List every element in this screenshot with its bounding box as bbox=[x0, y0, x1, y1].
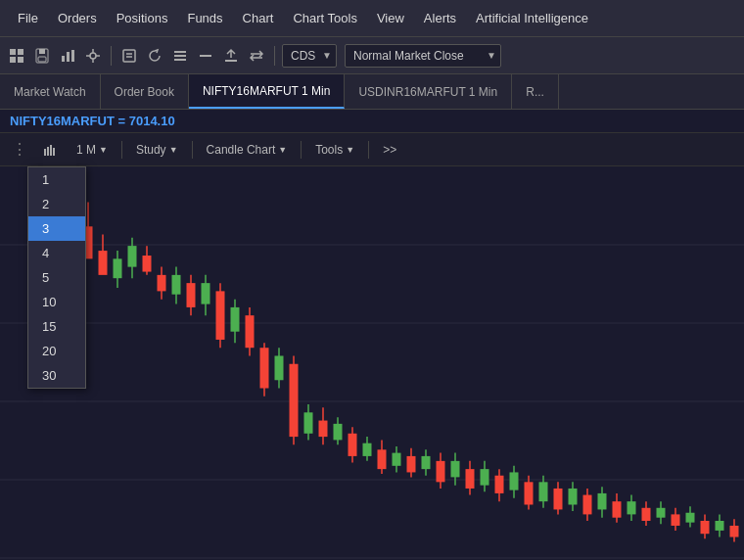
svg-rect-64 bbox=[304, 412, 313, 433]
menu-orders[interactable]: Orders bbox=[48, 7, 107, 29]
ct-more-btn[interactable]: >> bbox=[375, 140, 404, 160]
ct-drag-handle[interactable]: ⋮ bbox=[8, 140, 31, 159]
menu-chart[interactable]: Chart bbox=[233, 7, 284, 29]
svg-rect-56 bbox=[246, 315, 255, 348]
svg-rect-44 bbox=[158, 275, 166, 292]
svg-rect-5 bbox=[39, 49, 45, 54]
svg-rect-84 bbox=[451, 461, 460, 478]
svg-rect-38 bbox=[114, 258, 122, 278]
tab-nifty[interactable]: NIFTY16MARFUT 1 Min bbox=[189, 74, 345, 109]
svg-rect-118 bbox=[701, 521, 710, 534]
svg-rect-6 bbox=[38, 57, 46, 62]
tab-more[interactable]: R... bbox=[512, 74, 559, 109]
tab-order-book[interactable]: Order Book bbox=[101, 74, 189, 109]
svg-rect-24 bbox=[47, 147, 49, 156]
toolbar-icon-book[interactable] bbox=[118, 45, 140, 67]
interval-option-30[interactable]: 30 bbox=[28, 363, 85, 388]
toolbar-icon-chart[interactable] bbox=[57, 45, 78, 67]
svg-rect-27 bbox=[0, 166, 744, 560]
chart-toolbar-wrapper: ⋮ 1 M ▼ Study ▼ Candle Chart ▼ Tools ▼ bbox=[0, 133, 744, 166]
market-close-dropdown-wrapper[interactable]: Normal Market Close Market Open Market C… bbox=[345, 44, 501, 68]
svg-rect-3 bbox=[18, 57, 23, 63]
svg-rect-58 bbox=[260, 348, 269, 388]
toolbar-icon-upload[interactable] bbox=[220, 45, 242, 67]
candlestick-chart bbox=[0, 166, 744, 560]
ct-sep-1 bbox=[121, 141, 122, 159]
ct-candle-btn[interactable]: Candle Chart ▼ bbox=[199, 140, 296, 160]
svg-rect-52 bbox=[216, 291, 225, 340]
menu-file[interactable]: File bbox=[8, 7, 48, 29]
interval-option-3[interactable]: 3 bbox=[28, 216, 85, 241]
symbol-header: NIFTY16MARFUT = 7014.10 bbox=[0, 110, 744, 133]
svg-rect-20 bbox=[174, 59, 186, 61]
menu-positions[interactable]: Positions bbox=[107, 7, 178, 29]
menu-ai[interactable]: Artificial Intelligence bbox=[466, 7, 598, 29]
svg-rect-76 bbox=[393, 453, 401, 466]
svg-rect-74 bbox=[378, 449, 387, 469]
menu-view[interactable]: View bbox=[367, 7, 414, 29]
svg-rect-112 bbox=[657, 508, 666, 518]
svg-rect-62 bbox=[290, 364, 299, 437]
svg-rect-122 bbox=[730, 526, 739, 537]
menu-chart-tools[interactable]: Chart Tools bbox=[283, 7, 367, 29]
interval-option-4[interactable]: 4 bbox=[28, 241, 85, 265]
svg-rect-114 bbox=[672, 514, 680, 526]
interval-dropdown: 1 2 3 4 5 10 15 20 30 bbox=[27, 166, 86, 389]
ct-interval-arrow: ▼ bbox=[99, 145, 108, 155]
svg-rect-102 bbox=[583, 495, 592, 515]
svg-rect-92 bbox=[510, 472, 519, 490]
svg-rect-100 bbox=[569, 489, 578, 505]
svg-rect-66 bbox=[319, 421, 328, 438]
cds-dropdown-wrapper[interactable]: CDS NSE BSE ▼ bbox=[282, 44, 337, 68]
toolbar-icon-grid[interactable] bbox=[6, 45, 27, 67]
svg-rect-46 bbox=[172, 275, 181, 295]
menu-alerts[interactable]: Alerts bbox=[414, 7, 466, 29]
toolbar-icon-minus[interactable] bbox=[195, 45, 216, 67]
interval-option-15[interactable]: 15 bbox=[28, 314, 85, 339]
ct-candle-arrow: ▼ bbox=[278, 145, 287, 155]
toolbar-icon-refresh[interactable] bbox=[144, 45, 165, 67]
interval-option-20[interactable]: 20 bbox=[28, 339, 85, 363]
ct-tools-btn[interactable]: Tools ▼ bbox=[307, 140, 362, 160]
chart-area[interactable] bbox=[0, 166, 744, 560]
tab-market-watch[interactable]: Market Watch bbox=[0, 74, 101, 109]
svg-rect-68 bbox=[334, 424, 343, 441]
svg-rect-86 bbox=[466, 469, 475, 489]
svg-rect-26 bbox=[53, 148, 55, 156]
svg-rect-98 bbox=[554, 489, 563, 509]
market-close-select[interactable]: Normal Market Close Market Open Market C… bbox=[345, 44, 501, 68]
cds-select[interactable]: CDS NSE BSE bbox=[282, 44, 337, 68]
ct-study-btn[interactable]: Study ▼ bbox=[128, 140, 186, 160]
ct-chart-icon[interactable] bbox=[35, 140, 65, 160]
menu-funds[interactable]: Funds bbox=[177, 7, 232, 29]
svg-rect-120 bbox=[716, 521, 724, 531]
interval-option-1[interactable]: 1 bbox=[28, 167, 85, 192]
interval-option-5[interactable]: 5 bbox=[28, 265, 85, 290]
ct-interval-btn[interactable]: 1 M ▼ bbox=[69, 140, 116, 160]
toolbar-separator-1 bbox=[111, 46, 112, 66]
svg-rect-19 bbox=[174, 55, 186, 57]
chart-toolbar: ⋮ 1 M ▼ Study ▼ Candle Chart ▼ Tools ▼ bbox=[0, 133, 744, 166]
symbol-text: NIFTY16MARFUT = 7014.10 bbox=[10, 114, 175, 128]
svg-rect-72 bbox=[363, 443, 372, 456]
svg-rect-54 bbox=[231, 307, 240, 332]
toolbar-icon-swap[interactable] bbox=[246, 45, 267, 67]
svg-rect-1 bbox=[18, 49, 23, 55]
svg-rect-48 bbox=[187, 283, 196, 307]
svg-rect-25 bbox=[50, 145, 52, 156]
toolbar-icon-crosshair[interactable] bbox=[82, 45, 104, 67]
svg-rect-96 bbox=[539, 482, 548, 501]
ct-sep-4 bbox=[368, 141, 369, 159]
svg-rect-80 bbox=[422, 456, 431, 469]
toolbar-icon-save[interactable] bbox=[31, 45, 53, 67]
svg-rect-9 bbox=[71, 50, 74, 62]
svg-rect-42 bbox=[143, 256, 152, 272]
svg-rect-36 bbox=[99, 251, 108, 275]
svg-rect-94 bbox=[525, 482, 534, 504]
tab-usdinr[interactable]: USDINR16MARFUT 1 Min bbox=[345, 74, 512, 109]
interval-option-2[interactable]: 2 bbox=[28, 192, 85, 216]
svg-rect-82 bbox=[437, 461, 445, 482]
interval-option-10[interactable]: 10 bbox=[28, 290, 85, 314]
svg-rect-106 bbox=[613, 501, 622, 518]
toolbar-icon-list[interactable] bbox=[169, 45, 191, 67]
